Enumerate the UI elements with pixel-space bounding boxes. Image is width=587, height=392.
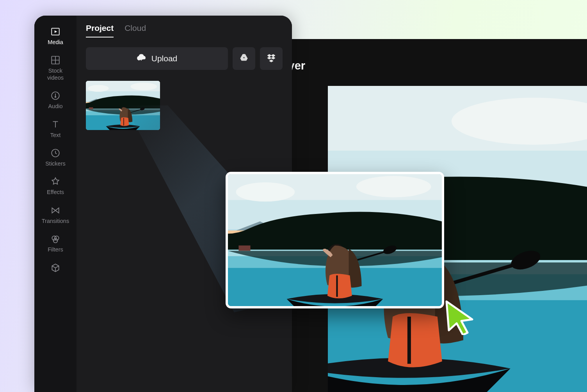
sidebar-item-filters[interactable]: Filters [34,234,76,253]
audio-icon [50,91,60,101]
sidebar-item-stickers[interactable]: Stickers [34,148,76,167]
upload-icon [137,53,146,64]
dropbox-button[interactable] [260,47,283,70]
sidebar-item-effects[interactable]: Effects [34,176,76,196]
dropbox-icon [267,53,276,64]
stock-icon [50,55,60,65]
sidebar-item-transitions[interactable]: Transitions [34,205,76,225]
tab-cloud[interactable]: Cloud [125,23,146,37]
tab-project[interactable]: Project [86,23,114,37]
media-thumbnail[interactable] [86,81,160,130]
upload-button[interactable]: Upload [86,47,228,70]
cursor-icon [444,300,475,335]
transitions-icon [50,205,60,216]
stickers-icon [50,148,60,158]
upload-row: Upload [86,47,283,70]
sidebar-item-label: Media [48,39,63,46]
google-drive-icon [239,53,249,64]
svg-point-17 [55,96,56,98]
text-icon [50,119,60,130]
media-icon [50,27,60,37]
sidebar-item-label: Text [50,132,61,139]
sidebar-item-media[interactable]: Media [34,27,76,46]
filters-icon [50,234,60,244]
google-drive-button[interactable] [233,47,255,70]
upload-label: Upload [151,54,178,63]
svg-point-20 [55,236,59,241]
sidebar-item-label: Stickers [45,160,66,167]
sidebar-item-label: Audio [48,103,62,110]
sidebar-item-label: Effects [47,189,64,196]
media-tabs: Project Cloud [86,23,283,38]
sidebar-item-label: Transitions [42,218,69,225]
sidebar-item-audio[interactable]: Audio [34,91,76,110]
sidebar-item-cube[interactable] [34,263,76,275]
sidebar: Media Stock videos Audio Text Stickers [34,16,76,392]
cube-icon [50,263,60,273]
svg-point-21 [53,239,58,243]
sidebar-item-label: Filters [48,246,63,253]
sidebar-item-stock-videos[interactable]: Stock videos [34,55,76,81]
dragged-clip-preview[interactable] [226,172,444,308]
sidebar-item-text[interactable]: Text [34,119,76,139]
sidebar-item-label: Stock videos [47,68,64,81]
effects-icon [50,176,60,187]
